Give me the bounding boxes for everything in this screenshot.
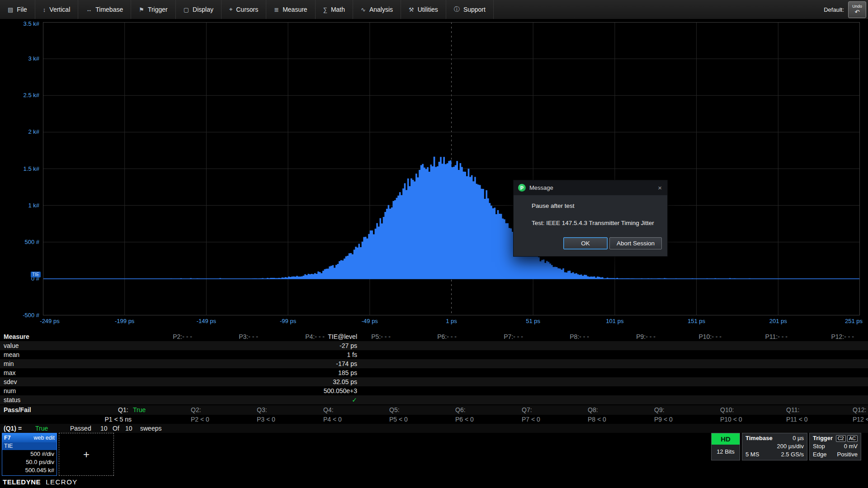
acquisition-hd-panel[interactable]: HD 12 Bits [711, 433, 740, 460]
passfail-placeholder-criteria: P4 < 0 [323, 415, 342, 424]
menu-item-measure[interactable]: ≣Measure [266, 0, 315, 19]
menu-item-display[interactable]: ▢Display [176, 0, 222, 19]
close-icon[interactable]: × [657, 184, 663, 192]
timebase-title: Timebase [745, 434, 773, 442]
passfail-placeholder-label: Q11: [786, 405, 799, 415]
dialog-message-line1: Pause after test [532, 202, 662, 209]
table-row: max185 ps [0, 368, 868, 377]
measure-row-value: -174 ps [271, 359, 357, 368]
passfail-placeholder-label: Q3: [257, 405, 267, 415]
menu-item-file[interactable]: ▤File [0, 0, 35, 19]
menu-item-trigger[interactable]: ⚑Trigger [131, 0, 175, 19]
timebase-offset: 0 µs [793, 434, 804, 442]
measure-section-label: Measure [4, 332, 29, 341]
menu-item-timebase[interactable]: ↔Timebase [78, 0, 131, 19]
ok-button[interactable]: OK [563, 237, 608, 249]
status-pass-icon: ✓ [271, 395, 357, 404]
timebase-samples: 5 MS [745, 450, 759, 459]
measure-placeholder-header: P8:- - - [544, 332, 589, 341]
undo-button[interactable]: Undo ↶ [848, 1, 866, 18]
x-tick-label: 251 ps [845, 318, 863, 324]
menu-item-label: File [17, 6, 27, 13]
y-tick-label: -500 # [0, 312, 39, 319]
menu-item-label: Cursors [236, 6, 258, 13]
passfail-placeholder-criteria: P6 < 0 [455, 415, 474, 424]
menu-item-label: Measure [283, 6, 307, 13]
passfail-placeholder-label: Q9: [654, 405, 665, 415]
trigger-mode: Stop [813, 442, 825, 450]
analysis-icon: ∿ [361, 6, 366, 13]
measure-row-label: value [4, 341, 19, 350]
passfail-placeholder-label: Q4: [323, 405, 334, 415]
trace-tag-tie[interactable]: TIE [31, 272, 41, 277]
trace-source-label: TIE [2, 442, 57, 450]
dialog-buttons: OK Abort Session [563, 237, 662, 249]
x-tick-label: 51 ps [526, 318, 540, 324]
y-tick-label: 1.5 k# [0, 165, 39, 172]
measure-placeholder-header: P12:- - - [809, 332, 854, 341]
measure-row-value: -27 ps [271, 341, 357, 350]
menu-item-math[interactable]: ∑Math [316, 0, 353, 19]
trigger-title: Trigger [813, 434, 833, 442]
table-row: P1 < 5 nsP2 < 0P3 < 0P4 < 0P5 < 0P6 < 0P… [0, 415, 868, 424]
trigger-panel[interactable]: Trigger C2 AC Stop 0 mV Edge Positive [809, 433, 861, 460]
menu-right: Default: Undo ↶ [824, 0, 868, 19]
trace-descriptor-header: F7 web edit [2, 433, 57, 442]
x-tick-label: -49 ps [362, 318, 378, 324]
dialog-titlebar[interactable]: P Message × [514, 180, 667, 195]
menu-item-cursors[interactable]: ⌖Cursors [222, 0, 266, 19]
menu-item-label: Analysis [369, 6, 393, 13]
x-tick-label: -199 ps [115, 318, 134, 324]
vertical-axis-icon: ↕ [43, 6, 46, 13]
menu-item-vertical[interactable]: ↕Vertical [35, 0, 78, 19]
measure-row-value: 185 ps [271, 368, 357, 377]
measure-placeholder-header: P11:- - - [742, 332, 788, 341]
passfail-placeholder-criteria: P10 < 0 [720, 415, 742, 424]
undo-button-label: Undo [852, 5, 862, 9]
x-tick-label: -149 ps [197, 318, 216, 324]
x-tick-label: 151 ps [688, 318, 705, 324]
measure-status-label: status [4, 395, 20, 404]
menu-item-support[interactable]: ⓘSupport [446, 0, 494, 19]
abort-session-button[interactable]: Abort Session [609, 237, 662, 249]
x-tick-label: 1 ps [446, 318, 457, 324]
dialog-body: Pause after test Test: IEEE 147.5.4.3 Tr… [514, 195, 667, 226]
table-row: (Q1) =TruePassed10Of10sweeps [0, 424, 868, 433]
passfail-total-count: 10 [125, 424, 132, 433]
measure-row-value: 1 fs [271, 350, 357, 359]
passfail-placeholder-criteria: P8 < 0 [588, 415, 606, 424]
measure-placeholder-header: P2:- - - [147, 332, 192, 341]
menu-item-label: Timebase [95, 6, 123, 13]
table-row: mean1 fs [0, 350, 868, 359]
file-icon: ▤ [8, 6, 13, 13]
measure-icon: ≣ [274, 6, 279, 13]
trigger-source-badge: C2 [836, 435, 846, 442]
menu-items: ▤File↕Vertical↔Timebase⚑Trigger▢Display⌖… [0, 0, 494, 19]
measure-placeholder-header: P5:- - - [345, 332, 391, 341]
passfail-summary-word: sweeps [140, 424, 161, 433]
menu-item-label: Math [331, 6, 345, 13]
trace-descriptor-f7[interactable]: F7 web edit TIE 500 #/div 50.0 ps/div 50… [2, 433, 57, 476]
add-trace-button[interactable]: + [59, 433, 114, 476]
passfail-q1-criteria: P1 < 5 ns [82, 415, 132, 424]
utilities-icon: ⚒ [409, 6, 414, 13]
cursors-icon: ⌖ [229, 6, 232, 13]
timebase-icon: ↔ [86, 6, 92, 13]
passfail-placeholder-label: Q10: [720, 405, 734, 415]
hd-badge: HD [712, 433, 740, 445]
table-row: min-174 ps [0, 359, 868, 368]
logo-lecroy: LECROY [46, 478, 78, 486]
passfail-summary-label: (Q1) = [4, 424, 22, 433]
menu-item-utilities[interactable]: ⚒Utilities [401, 0, 446, 19]
timebase-panel[interactable]: Timebase 0 µs 200 µs/div 5 MS 2.5 GS/s [742, 433, 807, 460]
trace-edit-label: web edit [33, 435, 55, 441]
trace-horizontal-scale: 50.0 ps/div [2, 458, 57, 466]
passfail-placeholder-label: Q12: [853, 405, 866, 415]
teledyne-lecroy-logo: TELEDYNE LECROY [3, 478, 78, 486]
measure-placeholder-header: P3:- - - [213, 332, 258, 341]
passfail-placeholder-label: Q6: [455, 405, 466, 415]
passfail-placeholder-criteria: P2 < 0 [191, 415, 209, 424]
menu-item-analysis[interactable]: ∿Analysis [353, 0, 401, 19]
passfail-passed-count: 10 [100, 424, 108, 433]
hd-bits-label: 12 Bits [712, 445, 740, 459]
